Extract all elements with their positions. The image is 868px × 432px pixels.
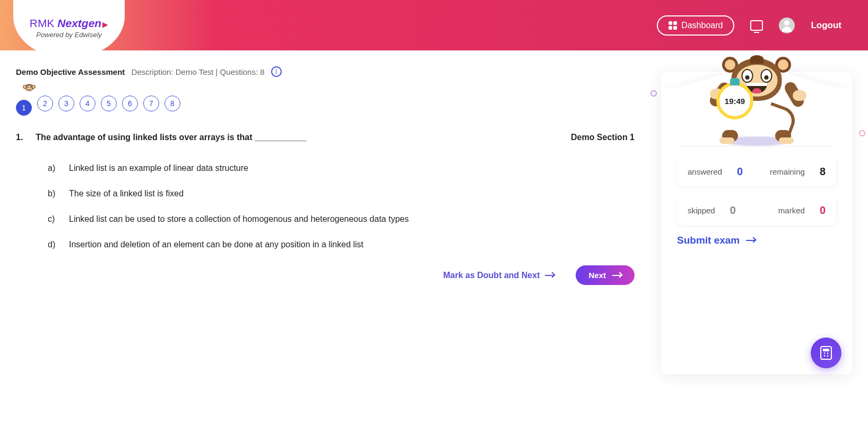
mark-doubt-button[interactable]: Mark as Doubt and Next bbox=[443, 271, 554, 280]
options-list: a) Linked list is an example of linear d… bbox=[48, 163, 640, 249]
dashboard-label: Dashboard bbox=[681, 21, 723, 30]
question-row: 1. The advantage of using linked lists o… bbox=[16, 133, 640, 142]
logo-subtitle: Powered by Edwisely bbox=[36, 31, 102, 39]
brand-logo[interactable]: RMK Nextgen▶ Powered by Edwisely bbox=[13, 0, 125, 58]
svg-point-7 bbox=[30, 87, 31, 88]
option-text: Insertion and deletion of an element can… bbox=[69, 240, 363, 249]
skipped-value: 0 bbox=[730, 204, 736, 217]
mascot-timer-icon: 19:49 bbox=[704, 50, 810, 146]
question-text: The advantage of using linked lists over… bbox=[36, 133, 558, 142]
timer-value: 19:49 bbox=[725, 97, 745, 106]
option-b[interactable]: b) The size of a linked list is fixed bbox=[48, 189, 640, 198]
question-nav-1[interactable]: 1 bbox=[16, 100, 32, 116]
info-icon[interactable]: i bbox=[271, 66, 282, 77]
skipped-label: skipped bbox=[688, 206, 715, 215]
assessment-title: Demo Objective Assessment bbox=[16, 67, 125, 76]
question-nav: 1 2 3 4 5 6 7 8 bbox=[16, 96, 640, 111]
logo-bold: Nextgen bbox=[57, 17, 101, 29]
divider bbox=[677, 146, 836, 146]
option-d[interactable]: d) Insertion and deletion of an element … bbox=[48, 240, 640, 249]
logout-link[interactable]: Logout bbox=[811, 20, 841, 31]
remaining-value: 8 bbox=[820, 166, 826, 178]
stat-card-answered-remaining: answered 0 remaining 8 bbox=[677, 157, 836, 186]
question-area: Demo Objective Assessment Description: D… bbox=[16, 66, 640, 432]
section-label: Demo Section 1 bbox=[571, 133, 640, 142]
option-letter: d) bbox=[48, 240, 57, 249]
logo-arrow-icon: ▶ bbox=[102, 20, 108, 29]
option-c[interactable]: c) Linked list can be used to store a co… bbox=[48, 214, 640, 224]
question-nav-7[interactable]: 7 bbox=[143, 96, 159, 111]
calculator-fab[interactable] bbox=[811, 338, 841, 368]
question-nav-4[interactable]: 4 bbox=[80, 96, 96, 111]
mark-doubt-label: Mark as Doubt and Next bbox=[443, 271, 540, 280]
answered-label: answered bbox=[688, 167, 722, 176]
side-panel-container: 19:49 answered 0 remaining 8 skipped 0 bbox=[661, 66, 852, 432]
decoration-circle bbox=[859, 130, 865, 136]
assessment-description: Description: Demo Test | Questions: 8 bbox=[131, 67, 264, 76]
stat-card-skipped-marked: skipped 0 marked 0 bbox=[677, 196, 836, 225]
grid-icon bbox=[669, 21, 677, 30]
option-text: The size of a linked list is fixed bbox=[69, 189, 184, 198]
option-text: Linked list is an example of linear data… bbox=[69, 163, 248, 173]
svg-point-3 bbox=[32, 85, 35, 89]
next-label: Next bbox=[588, 271, 606, 280]
dashboard-button[interactable]: Dashboard bbox=[657, 15, 734, 36]
svg-point-2 bbox=[23, 85, 27, 89]
question-actions: Mark as Doubt and Next Next bbox=[16, 265, 640, 285]
status-panel: 19:49 answered 0 remaining 8 skipped 0 bbox=[661, 72, 852, 374]
arrow-right-icon bbox=[612, 275, 622, 276]
decoration-circle bbox=[650, 90, 657, 97]
logo-prefix: RMK bbox=[30, 17, 58, 29]
app-header: RMK Nextgen▶ Powered by Edwisely Dashboa… bbox=[0, 0, 868, 50]
option-a[interactable]: a) Linked list is an example of linear d… bbox=[48, 163, 640, 173]
mascot-small-icon bbox=[21, 81, 37, 93]
remaining-label: remaining bbox=[770, 167, 805, 176]
svg-point-6 bbox=[27, 87, 28, 88]
question-nav-2[interactable]: 2 bbox=[37, 96, 53, 111]
question-nav-5[interactable]: 5 bbox=[101, 96, 117, 111]
question-nav-6[interactable]: 6 bbox=[122, 96, 138, 111]
question-number: 1. bbox=[16, 133, 23, 142]
question-nav-8[interactable]: 8 bbox=[164, 96, 180, 111]
submit-label: Submit exam bbox=[677, 235, 740, 246]
marked-value: 0 bbox=[820, 204, 826, 217]
option-letter: a) bbox=[48, 163, 57, 173]
monitor-icon[interactable] bbox=[750, 20, 763, 31]
option-letter: b) bbox=[48, 189, 57, 198]
avatar[interactable] bbox=[779, 18, 795, 33]
arrow-right-icon bbox=[545, 275, 554, 276]
main-content: Demo Objective Assessment Description: D… bbox=[0, 50, 868, 432]
answered-value: 0 bbox=[737, 166, 743, 178]
arrow-right-icon bbox=[746, 240, 756, 241]
next-button[interactable]: Next bbox=[576, 265, 635, 285]
assessment-header: Demo Objective Assessment Description: D… bbox=[16, 66, 640, 77]
option-letter: c) bbox=[48, 214, 57, 224]
submit-exam-button[interactable]: Submit exam bbox=[677, 235, 836, 246]
option-text: Linked list can be used to store a colle… bbox=[69, 214, 409, 224]
calculator-icon bbox=[820, 346, 832, 360]
question-nav-3[interactable]: 3 bbox=[58, 96, 74, 111]
marked-label: marked bbox=[778, 206, 805, 215]
logo-text: RMK Nextgen▶ bbox=[30, 17, 108, 30]
